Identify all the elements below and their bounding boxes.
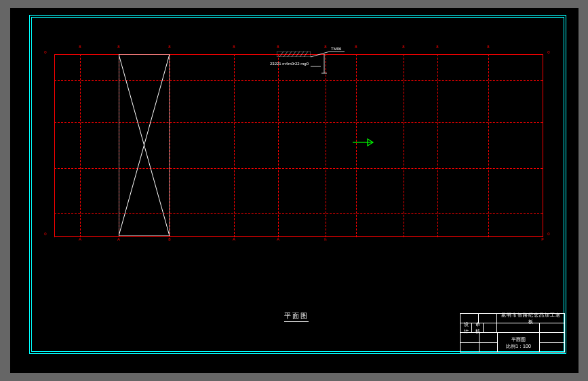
svg-line-9: [288, 52, 292, 57]
axis-label-top: 8: [352, 45, 360, 49]
axis-label-top: 8: [76, 45, 84, 49]
axis-label-top: 8: [274, 45, 282, 49]
grid-vline: [234, 54, 235, 237]
axis-label-top: 8: [433, 45, 442, 49]
sheet-name: 平面图: [511, 336, 526, 342]
axis-label-bottom: 8: [165, 237, 174, 241]
grid-vline: [170, 54, 170, 237]
axis-label-bottom: h: [321, 237, 330, 241]
axis-label-top: 8: [321, 45, 330, 49]
grid-vline: [437, 54, 438, 237]
axis-label-left: 0: [41, 232, 50, 236]
axis-label-right: 0: [545, 50, 553, 54]
title-block: 昆明市智路纪念品加工老板 设计 审核 平面图 比例1：100: [460, 313, 565, 353]
svg-line-8: [283, 52, 288, 57]
label-review: 审核: [472, 323, 484, 332]
axis-label-bottom: A: [274, 237, 282, 241]
axis-label-top: 8: [399, 45, 408, 49]
axis-label-top: 8: [484, 45, 492, 49]
grid-vline: [488, 54, 489, 237]
grid-vline: [404, 54, 404, 237]
grid-vline: [54, 54, 55, 237]
hatch-symbol-icon: [277, 52, 311, 57]
svg-line-10: [292, 52, 296, 57]
project-name: 昆明市智路纪念品加工老板: [497, 314, 564, 323]
axis-label-bottom: A: [230, 237, 238, 241]
grid-hline: [54, 213, 543, 214]
axis-label-top: 8: [230, 45, 238, 49]
svg-line-7: [279, 52, 283, 57]
svg-line-1: [311, 52, 330, 57]
label-design: 设计: [460, 323, 472, 332]
axis-label-left: 0: [41, 50, 50, 54]
drawing-title: 平面图: [284, 311, 309, 322]
svg-line-11: [296, 52, 300, 57]
axis-label-bottom: F: [538, 237, 547, 241]
grid-hline: [54, 168, 543, 169]
svg-line-13: [304, 52, 308, 57]
sheet-info: 平面图 比例1：100: [498, 333, 540, 353]
grid-hline: [54, 122, 543, 123]
grid-hline: [54, 236, 543, 237]
axis-label-right: 0: [545, 232, 553, 236]
sheet-scale: 比例1：100: [506, 343, 531, 349]
svg-line-12: [300, 52, 304, 57]
callout-label-mid: 23221 m4m0r22 mg0: [270, 62, 309, 66]
section-callout: TM06 23221 m4m0r22 mg0: [263, 49, 351, 83]
axis-label-bottom: A: [76, 237, 84, 241]
direction-arrow-icon: [353, 137, 380, 145]
axis-label-bottom: A: [115, 237, 123, 241]
axis-label-top: 8: [165, 45, 174, 49]
grid-vline: [543, 54, 543, 237]
grid-vline: [80, 54, 81, 237]
cad-viewport[interactable]: TM06 23221 m4m0r22 mg0 平面图 昆明市智路纪念品加工老板 …: [10, 8, 579, 373]
axis-label-top: 8: [115, 45, 123, 49]
grid-vline: [119, 54, 119, 237]
callout-label-top: TM06: [331, 47, 341, 51]
